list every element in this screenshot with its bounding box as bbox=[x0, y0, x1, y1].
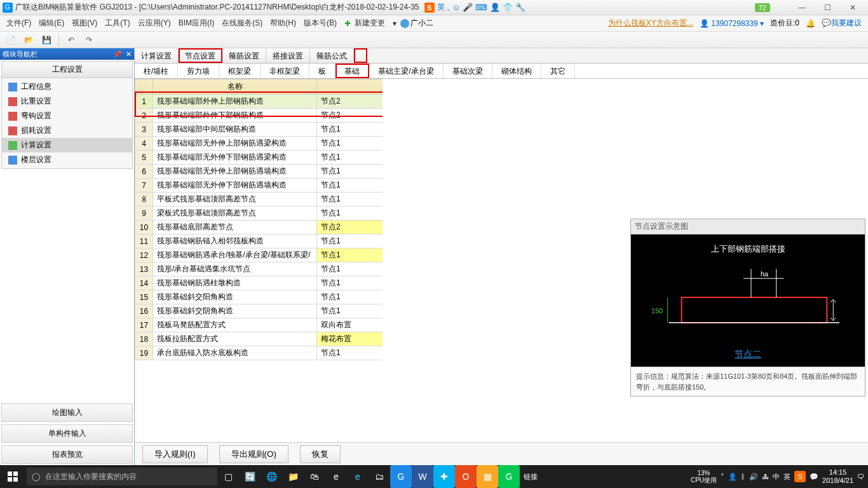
nav-bottom-report[interactable]: 报表预览 bbox=[1, 445, 133, 464]
pin-icon[interactable]: 📌 bbox=[113, 50, 122, 58]
table-row[interactable]: 11筏形基础钢筋锚入相邻筏板构造节点1 bbox=[135, 234, 383, 248]
top-tab[interactable]: 箍筋公式 bbox=[310, 48, 354, 63]
tray-people-icon[interactable]: 👤 bbox=[728, 473, 737, 481]
tray-vol-icon[interactable]: 🔊 bbox=[749, 473, 758, 481]
preview-node-link[interactable]: 节点二 bbox=[735, 349, 761, 360]
cell-node[interactable]: 节点2 bbox=[317, 95, 383, 109]
menu-bim[interactable]: BIM应用(I) bbox=[175, 16, 219, 30]
top-tab[interactable]: 箍筋设置 bbox=[222, 48, 266, 63]
ime-keyboard-icon[interactable]: ⌨ bbox=[475, 3, 487, 12]
tb-ie[interactable]: e bbox=[347, 465, 369, 488]
help-link[interactable]: 为什么筏板XY方向布置... bbox=[608, 18, 693, 29]
nav-bottom-draw[interactable]: 绘图输入 bbox=[1, 403, 133, 422]
ime-punct-icon[interactable]: , bbox=[447, 3, 450, 12]
sub-tab[interactable]: 基础 bbox=[336, 64, 369, 78]
sub-tab[interactable]: 砌体结构 bbox=[492, 64, 541, 78]
cell-node[interactable]: 节点1 bbox=[317, 179, 383, 193]
cell-node[interactable]: 节点2 bbox=[317, 109, 383, 123]
save-icon[interactable]: 💾 bbox=[39, 33, 53, 47]
table-row[interactable]: 17筏板马凳筋配置方式双向布置 bbox=[135, 318, 383, 332]
tray-bt-icon[interactable]: ᛒ bbox=[741, 473, 745, 480]
cell-name[interactable]: 筏形基础钢筋遇承台/独基/承台梁/基础联系梁/ bbox=[153, 248, 317, 262]
table-row[interactable]: 19承台底筋锚入防水底板构造节点1 bbox=[135, 346, 383, 360]
cell-name[interactable]: 筏形基础端部外伸上部钢筋构造 bbox=[153, 95, 317, 109]
sub-tab[interactable]: 剪力墙 bbox=[178, 64, 219, 78]
minimize-button[interactable]: — bbox=[789, 1, 815, 15]
suggest-button[interactable]: 💬我要建议 bbox=[822, 18, 862, 29]
cell-node[interactable]: 节点2 bbox=[317, 220, 383, 234]
sub-tab[interactable]: 基础主梁/承台梁 bbox=[369, 64, 443, 78]
new-change-button[interactable]: 新建变更 bbox=[351, 16, 389, 30]
nav-bottom-single[interactable]: 单构件输入 bbox=[1, 424, 133, 443]
taskbar-search[interactable]: ◯ 在这里输入你要搜索的内容 bbox=[27, 468, 217, 485]
panel-close-icon[interactable]: ✕ bbox=[126, 50, 132, 58]
table-row[interactable]: 14筏形基础钢筋遇柱墩构造节点1 bbox=[135, 276, 383, 290]
sub-tab[interactable]: 其它 bbox=[541, 64, 575, 78]
cell-name[interactable]: 筏形/承台基础遇集水坑节点 bbox=[153, 262, 317, 276]
ime-emoji-icon[interactable]: ☺ bbox=[452, 3, 460, 12]
menu-help[interactable]: 帮助(H) bbox=[266, 16, 300, 30]
nav-item[interactable]: 楼层设置 bbox=[2, 152, 132, 167]
tb-link-text[interactable]: 链接 bbox=[520, 465, 541, 488]
ime-lang[interactable]: 英 bbox=[437, 2, 445, 13]
dropdown-icon[interactable]: ▾ bbox=[389, 17, 400, 30]
phone-label[interactable]: 👤 13907298339 ▾ bbox=[700, 19, 764, 28]
undo-icon[interactable]: ↶ bbox=[64, 33, 78, 47]
ime-clothes-icon[interactable]: 👕 bbox=[503, 3, 513, 12]
cell-node[interactable]: 节点1 bbox=[317, 304, 383, 318]
maximize-button[interactable]: ☐ bbox=[815, 1, 840, 15]
table-row[interactable]: 6筏形基础端部无外伸上部钢筋遇墙构造节点1 bbox=[135, 165, 383, 179]
tb-explorer[interactable]: 🗂 bbox=[369, 465, 390, 488]
nav-item[interactable]: 计算设置 bbox=[2, 138, 132, 152]
table-row[interactable]: 15筏形基础斜交阳角构造节点1 bbox=[135, 290, 383, 304]
cell-name[interactable]: 筏形基础端部无外伸下部钢筋遇墙构造 bbox=[153, 179, 317, 193]
tray-action-icon[interactable]: 💬 bbox=[810, 473, 818, 481]
ime-logo-icon[interactable]: S bbox=[424, 3, 435, 13]
nav-item[interactable]: 损耗设置 bbox=[2, 123, 132, 138]
tray-ime1[interactable]: 中 bbox=[773, 472, 780, 482]
menu-view[interactable]: 视图(V) bbox=[68, 16, 101, 30]
cell-node[interactable]: 节点1 bbox=[317, 151, 383, 165]
top-tab[interactable]: 节点设置 bbox=[179, 48, 222, 63]
sub-tab[interactable]: 柱/墙柱 bbox=[135, 64, 178, 78]
nav-item[interactable]: 弯钩设置 bbox=[2, 109, 132, 123]
user-avatar-icon[interactable] bbox=[400, 19, 409, 28]
cell-name[interactable]: 筏形基础斜交阴角构造 bbox=[153, 304, 317, 318]
table-row[interactable]: 9梁板式筏形基础顶部高差节点节点1 bbox=[135, 207, 383, 220]
tb-app-x[interactable]: ▦ bbox=[477, 465, 498, 488]
tray-net-icon[interactable]: 🖧 bbox=[762, 473, 769, 480]
menu-cloud[interactable]: 云应用(Y) bbox=[134, 16, 175, 30]
cell-name[interactable]: 筏形基础底部高差节点 bbox=[153, 220, 317, 234]
redo-icon[interactable]: ↷ bbox=[82, 33, 96, 47]
export-rules-button[interactable]: 导出规则(O) bbox=[219, 445, 288, 463]
start-button[interactable] bbox=[0, 465, 25, 488]
cell-node[interactable]: 节点1 bbox=[317, 276, 383, 290]
nav-item[interactable]: 工程信息 bbox=[2, 79, 132, 94]
ime-tool-icon[interactable]: 🔧 bbox=[515, 3, 526, 12]
table-row[interactable]: 13筏形/承台基础遇集水坑节点节点1 bbox=[135, 262, 383, 276]
tb-browser1[interactable]: 🌐 bbox=[261, 465, 282, 488]
tray-sogou-icon[interactable]: S bbox=[794, 471, 806, 482]
table-row[interactable]: 16筏形基础斜交阴角构造节点1 bbox=[135, 304, 383, 318]
tray-notif-icon[interactable]: 🗨 bbox=[857, 473, 864, 480]
ime-mic-icon[interactable]: 🎤 bbox=[463, 3, 473, 12]
cell-name[interactable]: 筏板拉筋配置方式 bbox=[153, 332, 317, 346]
cell-name[interactable]: 筏形基础端部无外伸上部钢筋遇梁构造 bbox=[153, 137, 317, 151]
nav-group-title[interactable]: 工程设置 bbox=[2, 62, 132, 78]
tray-up-icon[interactable]: ˄ bbox=[721, 473, 724, 481]
cell-name[interactable]: 筏形基础端部外伸下部钢筋构造 bbox=[153, 109, 317, 123]
tb-app-w[interactable]: W bbox=[412, 465, 433, 488]
table-row[interactable]: 3筏形基础端部中间层钢筋构造节点1 bbox=[135, 123, 383, 137]
user-small-name[interactable]: 广小二 bbox=[410, 18, 433, 29]
table-row[interactable]: 4筏形基础端部无外伸上部钢筋遇梁构造节点1 bbox=[135, 137, 383, 151]
cell-node[interactable]: 节点1 bbox=[317, 262, 383, 276]
shield-badge[interactable]: 72 bbox=[755, 3, 770, 12]
table-row[interactable]: 1筏形基础端部外伸上部钢筋构造节点2 bbox=[135, 95, 383, 109]
menu-online[interactable]: 在线服务(S) bbox=[218, 16, 266, 30]
table-row[interactable]: 7筏形基础端部无外伸下部钢筋遇墙构造节点1 bbox=[135, 179, 383, 193]
sub-tab[interactable]: 非框架梁 bbox=[261, 64, 309, 78]
new-file-icon[interactable]: 📄 bbox=[4, 33, 18, 47]
tb-folder[interactable]: 📁 bbox=[282, 465, 304, 488]
cell-name[interactable]: 筏形基础斜交阳角构造 bbox=[153, 290, 317, 304]
cell-node[interactable]: 节点1 bbox=[317, 346, 383, 360]
